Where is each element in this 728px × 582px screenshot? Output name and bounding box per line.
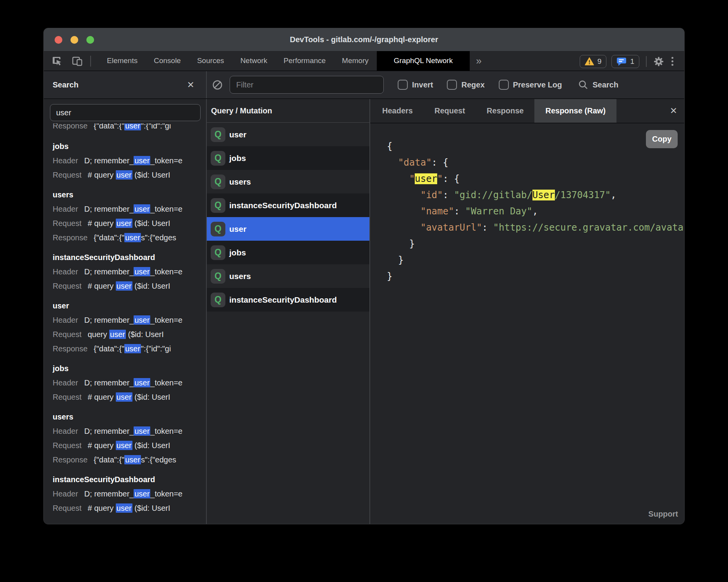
request-row-user[interactable]: Quser (207, 217, 369, 241)
copy-button[interactable]: Copy (646, 130, 678, 148)
network-search-toggle[interactable]: Search (578, 80, 618, 90)
clipped-result-line: Response{"data":{"user":{"id":"gi (53, 123, 206, 134)
search-query-input[interactable] (50, 104, 201, 121)
settings-gear-icon[interactable] (653, 56, 664, 67)
search-result-group-title: users (53, 188, 206, 202)
search-result-line[interactable]: HeaderD; remember_user_token=e (53, 376, 206, 390)
search-result-line[interactable]: Requestquery user ($id: UserI (53, 327, 206, 342)
search-result-line[interactable]: Request# query user ($id: UserI (53, 168, 206, 182)
clear-icon[interactable] (212, 80, 223, 90)
search-result-line[interactable]: Request# query user ($id: UserI (53, 390, 206, 404)
search-result-line[interactable]: HeaderD; remember_user_token=e (53, 154, 206, 168)
close-search-icon[interactable]: ✕ (187, 80, 194, 89)
search-result-line[interactable]: HeaderD; remember_user_token=e (53, 202, 206, 216)
search-result-group-title: user (53, 299, 206, 313)
search-match-highlight: user (124, 123, 141, 130)
request-row-instancesecuritydashboard[interactable]: QinstanceSecurityDashboard (207, 193, 369, 217)
window-titlebar[interactable]: DevTools - gitlab.com/-/graphql-explorer (44, 28, 684, 51)
warnings-badge[interactable]: 9 (580, 55, 607, 68)
search-result-line[interactable]: HeaderD; remember_user_token=e (53, 313, 206, 327)
preserve-log-checkbox-label: Preserve Log (513, 80, 562, 89)
more-options-icon[interactable] (669, 57, 676, 66)
json-punctuation: { (387, 141, 392, 152)
search-result-text: {"data":{" (94, 455, 124, 464)
request-row-jobs[interactable]: Qjobs (207, 146, 369, 170)
search-result-line[interactable]: Request# query user ($id: UserI (53, 216, 206, 231)
preserve-log-checkbox-group: Preserve Log (499, 80, 562, 90)
search-result-text: ($id: UserI (132, 504, 170, 512)
json-line: { (387, 138, 684, 154)
query-type-badge: Q (211, 175, 225, 189)
request-row-instancesecuritydashboard[interactable]: QinstanceSecurityDashboard (207, 288, 369, 312)
tab-graphql-network[interactable]: GraphQL Network (377, 51, 470, 71)
devtools-content: Response{"data":{"user":{"id":"gijobsHea… (44, 99, 684, 524)
search-result-text: ($id: UserI (132, 171, 170, 179)
inspect-element-icon[interactable] (52, 55, 63, 67)
search-result-text: _token=e (150, 316, 182, 324)
json-line: "id": "gid://gitlab/User/13704317", (387, 187, 684, 203)
warnings-count: 9 (598, 57, 602, 66)
json-punctuation (387, 222, 421, 233)
request-row-jobs[interactable]: Qjobs (207, 241, 369, 264)
search-match-highlight: user (124, 455, 141, 464)
search-result-text: # query (88, 282, 116, 290)
issues-badge[interactable]: 1 (611, 55, 639, 68)
search-result-line[interactable]: HeaderD; remember_user_token=e (53, 424, 206, 438)
detail-tab-response[interactable]: Response (476, 99, 535, 123)
search-result-group-title: users (53, 410, 206, 424)
search-result-line[interactable]: Request# query user ($id: UserI (53, 501, 206, 515)
search-result-line[interactable]: Request# query user ($id: UserI (53, 438, 206, 453)
search-result-line[interactable]: Response{"data":{"user":{"id":"gi (53, 342, 206, 356)
search-result-line-label: Response (53, 233, 88, 242)
json-punctuation: } (387, 255, 403, 265)
search-result-text: _token=e (150, 156, 182, 165)
support-link[interactable]: Support (648, 510, 678, 519)
toolbar-divider (646, 56, 647, 67)
search-result-text: _token=e (150, 267, 182, 276)
search-result-line-label: Request (53, 330, 82, 339)
search-result-text: # query (88, 441, 116, 450)
tab-memory[interactable]: Memory (334, 51, 377, 71)
tab-sources[interactable]: Sources (189, 51, 232, 71)
tab-console[interactable]: Console (146, 51, 189, 71)
search-result-line[interactable]: Response{"data":{"users":{"edges (53, 453, 206, 467)
search-result-line[interactable]: Response{"data":{"user":{"id":"gi (53, 123, 206, 133)
search-result-line[interactable]: HeaderD; remember_user_token=e (53, 487, 206, 501)
network-filter-bar: InvertRegexPreserve Log Search (207, 71, 684, 98)
tab-elements[interactable]: Elements (99, 51, 146, 71)
search-result-text: # query (88, 504, 116, 512)
search-match-highlight: user (116, 281, 132, 291)
search-result-line[interactable]: HeaderD; remember_user_token=e (53, 265, 206, 279)
search-results-pane: Response{"data":{"user":{"id":"gijobsHea… (44, 99, 207, 524)
search-result-line[interactable]: Request# query user ($id: UserI (53, 279, 206, 293)
zoom-button[interactable] (86, 36, 94, 44)
search-result-text: s":{"edges (141, 455, 176, 464)
request-row-users[interactable]: Qusers (207, 170, 369, 193)
request-row-user[interactable]: Quser (207, 123, 369, 146)
device-toolbar-icon[interactable] (72, 55, 83, 67)
network-filter-input[interactable] (230, 76, 384, 94)
json-punctuation: } (387, 238, 415, 249)
minimize-button[interactable] (70, 36, 78, 44)
detail-tab-headers[interactable]: Headers (371, 99, 424, 123)
json-punctuation: , (532, 206, 538, 217)
request-row-users[interactable]: Qusers (207, 264, 369, 288)
tab-performance[interactable]: Performance (275, 51, 334, 71)
request-list-header: Query / Mutation (207, 99, 369, 123)
close-button[interactable] (55, 36, 62, 44)
search-result-line[interactable]: Response{"data":{"users":{"edges (53, 231, 206, 245)
json-punctuation: } (387, 271, 392, 282)
detail-tab-response-raw[interactable]: Response (Raw) (534, 99, 616, 123)
close-details-icon[interactable]: ✕ (670, 99, 677, 123)
preserve-log-checkbox[interactable] (499, 80, 509, 90)
invert-checkbox[interactable] (398, 80, 408, 90)
json-punctuation (387, 190, 421, 200)
detail-tab-request[interactable]: Request (424, 99, 476, 123)
tab-network[interactable]: Network (232, 51, 276, 71)
more-tabs-icon[interactable]: » (471, 51, 486, 70)
regex-checkbox[interactable] (447, 80, 457, 90)
search-result-text: # query (88, 219, 116, 228)
search-match-highlight: user (134, 156, 150, 165)
toolbar-divider (90, 56, 91, 67)
request-name: users (229, 177, 251, 187)
